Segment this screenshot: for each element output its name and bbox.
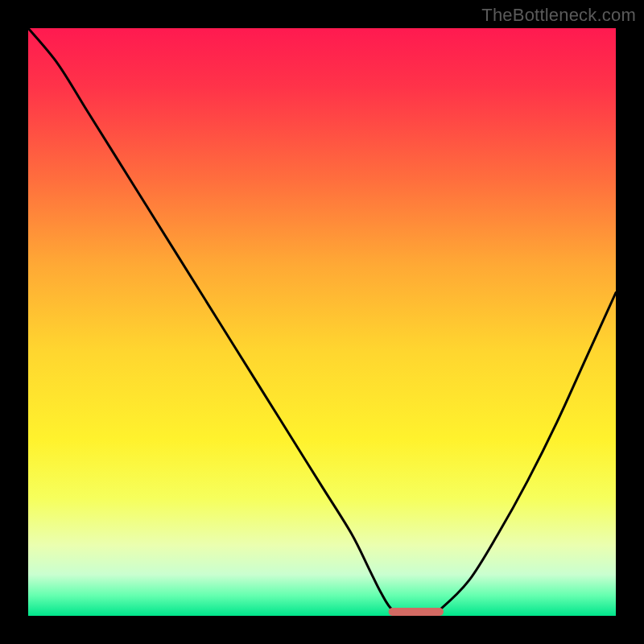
plot-area — [28, 28, 616, 616]
watermark-text: TheBottleneck.com — [481, 5, 636, 26]
chart-svg — [28, 28, 616, 616]
chart-container: TheBottleneck.com — [0, 0, 644, 644]
gradient-background — [28, 28, 616, 616]
